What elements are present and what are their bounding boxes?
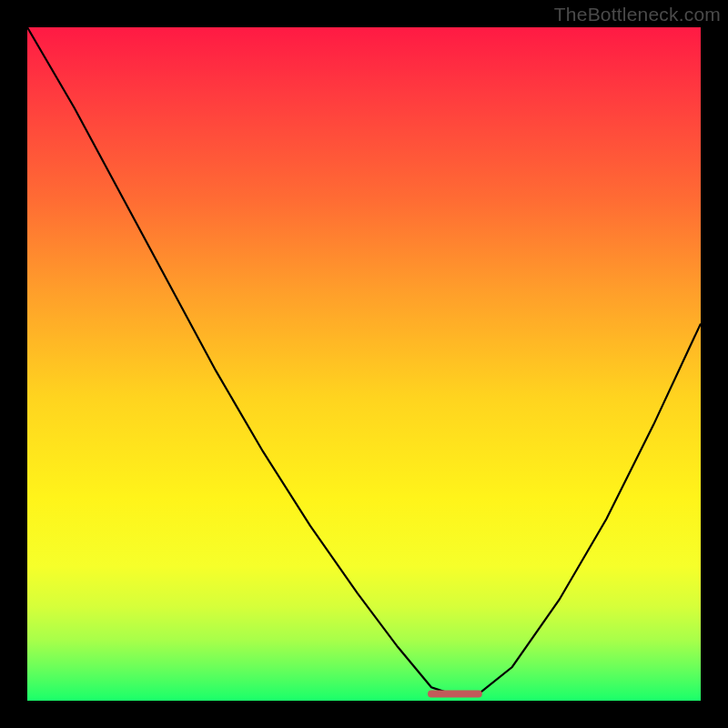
chart-svg — [27, 27, 701, 701]
chart-frame: TheBottleneck.com — [0, 0, 728, 728]
chart-plot-area — [27, 27, 701, 701]
bottleneck-curve — [27, 27, 701, 694]
attribution-watermark: TheBottleneck.com — [554, 4, 721, 25]
